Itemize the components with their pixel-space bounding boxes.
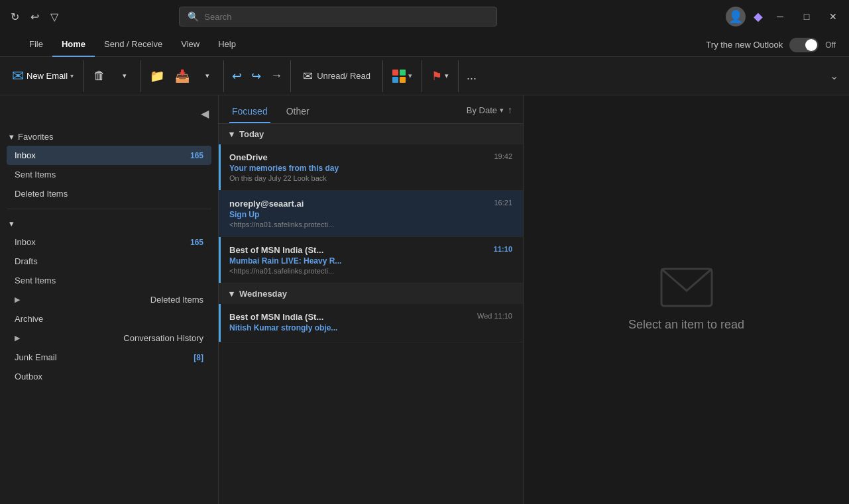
email-preview-onedrive: On this day July 22 Look back	[229, 174, 512, 182]
new-email-dropdown-arrow[interactable]: ▾	[70, 72, 74, 79]
refresh-icon[interactable]: ↻	[7, 9, 23, 25]
tab-focused[interactable]: Focused	[229, 101, 270, 123]
menu-bar: File Home Send / Receive View Help Try t…	[0, 33, 849, 57]
email-subject-onedrive: Your memories from this day	[229, 164, 512, 173]
sidebar-item-outbox[interactable]: Outbox	[7, 367, 211, 386]
minimize-button[interactable]: ─	[771, 7, 789, 26]
toggle-state-label: Off	[825, 40, 836, 50]
folder-name-inbox-favorites: Inbox	[15, 150, 36, 160]
sidebar-item-archive[interactable]: Archive	[7, 309, 211, 328]
unread-indicator	[219, 144, 221, 190]
sidebar-item-sent-favorites[interactable]: Sent Items	[7, 165, 211, 184]
menu-item-help[interactable]: Help	[209, 33, 245, 57]
new-email-button[interactable]: ✉ New Email ▾	[7, 60, 79, 92]
diamond-icon: ◆	[754, 9, 763, 24]
folder-name-sent: Sent Items	[15, 276, 56, 285]
menu-item-view[interactable]: View	[172, 33, 209, 57]
ribbon: ✉ New Email ▾ 🗑 ▾ 📁 📥 ▾ ↩ ↪ → ✉ Unread/ …	[0, 57, 849, 95]
favorites-header[interactable]: ▾ Favorites	[7, 128, 211, 146]
sidebar: ◀ ▾ Favorites Inbox 165 Sent Items Delet…	[0, 95, 219, 504]
nav-group: ↩ ↪ →	[228, 60, 291, 92]
section-today-arrow: ▾	[229, 129, 234, 139]
main-account-header[interactable]: ▾	[7, 215, 211, 232]
folder-name-outbox: Outbox	[15, 372, 42, 381]
menu-item-send-receive[interactable]: Send / Receive	[95, 33, 172, 57]
sidebar-item-drafts[interactable]: Drafts	[7, 252, 211, 271]
email-subject-msn1: Mumbai Rain LIVE: Heavy R...	[229, 256, 512, 266]
unread-read-button[interactable]: ✉ Unread/ Read	[295, 65, 378, 87]
select-to-read-text: Select an item to read	[628, 318, 744, 332]
outlook-toggle-switch[interactable]	[789, 38, 819, 52]
move-group: 📥 ▾	[170, 60, 219, 92]
sidebar-item-inbox-favorites[interactable]: Inbox 165	[7, 146, 211, 165]
folder-name-deleted: Deleted Items	[150, 295, 203, 305]
forward-button[interactable]: →	[266, 65, 286, 87]
email-item-msn2[interactable]: Best of MSN India (St... Nitish Kumar st…	[219, 304, 523, 342]
unread-indicator-msn1	[219, 237, 221, 283]
archive-button[interactable]: 📁	[145, 64, 169, 88]
sidebar-item-conversation-history[interactable]: ▶ Conversation History	[7, 328, 211, 348]
title-right: 👤 ◆ ─ □ ✕	[726, 7, 842, 26]
close-button[interactable]: ✕	[824, 7, 842, 26]
new-email-label: New Email	[27, 71, 68, 81]
move-dropdown[interactable]: ▾	[196, 64, 219, 88]
flag-arrow[interactable]: ▾	[445, 72, 449, 80]
categories-arrow[interactable]: ▾	[408, 72, 412, 80]
email-subject-msn2: Nitish Kumar strongly obje...	[229, 323, 512, 332]
email-time-onedrive: 19:42	[494, 152, 512, 160]
reply-all-button[interactable]: ↪	[247, 65, 265, 87]
section-wednesday[interactable]: ▾ Wednesday	[219, 283, 523, 304]
unread-read-group: ✉ Unread/ Read	[295, 60, 383, 92]
email-sender-onedrive: OneDrive	[229, 152, 512, 162]
search-bar[interactable]: 🔍	[179, 7, 497, 26]
move-button[interactable]: 📥	[170, 64, 194, 88]
sidebar-item-deleted[interactable]: ▶ Deleted Items	[7, 290, 211, 309]
tab-other[interactable]: Other	[284, 101, 312, 123]
categories-button[interactable]: ▾	[387, 67, 418, 85]
menu-item-file[interactable]: File	[20, 33, 52, 57]
email-item-onedrive[interactable]: OneDrive Your memories from this day On …	[219, 144, 523, 191]
flag-button[interactable]: ⚑ ▾	[426, 66, 454, 86]
email-item-seaart[interactable]: noreply@seaart.ai Sign Up <https://na01.…	[219, 191, 523, 237]
menu-item-home[interactable]: Home	[52, 33, 95, 57]
envelope-icon	[660, 268, 713, 307]
section-wednesday-arrow: ▾	[229, 289, 234, 299]
unread-indicator-msn2	[219, 304, 221, 342]
sidebar-item-inbox[interactable]: Inbox 165	[7, 232, 211, 252]
folder-count-inbox-favorites: 165	[190, 151, 203, 160]
sort-direction-button[interactable]: ↑	[508, 105, 512, 115]
search-input[interactable]	[204, 12, 488, 22]
customize-icon[interactable]: ▽	[46, 9, 62, 25]
favorites-section: ▾ Favorites Inbox 165 Sent Items Deleted…	[0, 128, 218, 203]
email-preview-seaart: <https://na01.safelinks.protecti...	[229, 221, 512, 228]
search-icon: 🔍	[188, 11, 199, 22]
main-folders-section: ▾ Inbox 165 Drafts Sent Items ▶ Deleted …	[0, 215, 218, 386]
unread-read-icon: ✉	[303, 69, 313, 83]
more-button[interactable]: ...	[463, 65, 481, 87]
delete-button[interactable]: 🗑	[87, 64, 111, 88]
folder-name-deleted-favorites: Deleted Items	[15, 189, 68, 199]
sidebar-collapse-button[interactable]: ◀	[198, 105, 211, 123]
maximize-button[interactable]: □	[797, 7, 816, 26]
email-item-msn1[interactable]: Best of MSN India (St... Mumbai Rain LIV…	[219, 237, 523, 283]
email-list-pane: Focused Other By Date ▾ ↑ ▾ Today OneDri…	[219, 95, 524, 504]
favorites-label: Favorites	[18, 132, 53, 142]
categories-icon	[392, 70, 406, 83]
delete-dropdown[interactable]: ▾	[113, 64, 137, 88]
section-today[interactable]: ▾ Today	[219, 124, 523, 144]
sidebar-item-junk[interactable]: Junk Email [8]	[7, 348, 211, 367]
inbox-tabs: Focused Other By Date ▾ ↑	[219, 95, 523, 124]
avatar[interactable]: 👤	[726, 7, 746, 26]
sidebar-item-deleted-favorites[interactable]: Deleted Items	[7, 184, 211, 203]
favorites-arrow: ▾	[9, 132, 14, 142]
sort-dropdown-arrow: ▾	[500, 106, 504, 115]
sort-by-date-button[interactable]: By Date ▾	[467, 105, 504, 115]
email-sender-seaart: noreply@seaart.ai	[229, 199, 512, 209]
sidebar-item-sent[interactable]: Sent Items	[7, 271, 211, 290]
email-time-msn1: 11:10	[494, 245, 512, 253]
reply-back-button[interactable]: ↩	[228, 65, 246, 87]
toggle-knob	[805, 39, 817, 51]
undo-icon[interactable]: ↩	[27, 9, 42, 25]
ribbon-expand-button[interactable]: ⌄	[826, 66, 842, 86]
outlook-toggle-section: Try the new Outlook Off	[706, 38, 849, 52]
